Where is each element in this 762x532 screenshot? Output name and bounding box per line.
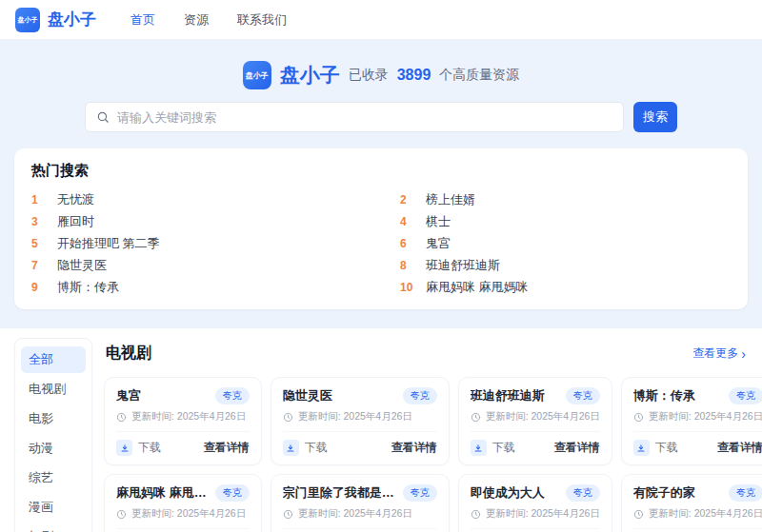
content-section: 全部 电视剧 电影 动漫 综艺 漫画 短剧 电子书 课程 音乐 电视剧 查看更多… (0, 328, 762, 532)
card-updated-text: 更新时间: 2025年4月26日 (486, 410, 600, 424)
quark-badge: 夸克 (729, 387, 762, 404)
hot-search-item[interactable]: 3 雁回时 (31, 210, 362, 232)
clock-icon (633, 412, 644, 423)
clock-icon (471, 509, 481, 520)
hero-stats-prefix: 已收录 (349, 67, 389, 84)
card-top-row: 有院子的家 夸克 (633, 484, 762, 502)
view-more-link[interactable]: 查看更多 › (692, 345, 746, 362)
card-footer-row: 下载 查看详情 (116, 432, 250, 456)
hot-search-item[interactable]: 10 麻甩妈咪 麻甩媽咪 (400, 276, 731, 298)
hot-search-item[interactable]: 4 棋士 (400, 210, 731, 232)
card-title[interactable]: 宗门里除了我都是卧底 (283, 484, 397, 502)
card-updated-text: 更新时间: 2025年4月26日 (298, 410, 412, 424)
sidebar-category-item[interactable]: 电视剧 (21, 376, 86, 403)
hot-search-item[interactable]: 9 博斯：传承 (31, 276, 362, 298)
download-button[interactable]: 下载 (471, 440, 515, 456)
card-title[interactable]: 有院子的家 (633, 484, 695, 502)
sidebar-category-item[interactable]: 电影 (21, 405, 86, 432)
card-meta-row: 更新时间: 2025年4月26日 (633, 507, 762, 529)
resource-card: 有院子的家 夸克 更新时间: 2025年4月26日 (621, 474, 762, 532)
hero-stats-suffix: 个高质量资源 (439, 67, 519, 84)
quark-badge: 夸克 (403, 484, 437, 502)
download-button[interactable]: 下载 (283, 440, 328, 456)
hot-search-rank: 10 (400, 281, 415, 294)
hero-logo-text: 盘小子 (246, 70, 269, 81)
hot-search-label: 鬼宫 (426, 235, 451, 252)
view-more-label: 查看更多 (692, 345, 738, 362)
hot-search-rank: 5 (31, 237, 47, 250)
card-updated-text: 更新时间: 2025年4月26日 (649, 410, 762, 424)
hero-brand-name: 盘小子 (280, 62, 340, 89)
sidebar-category-item[interactable]: 漫画 (21, 494, 86, 521)
clock-icon (471, 412, 481, 423)
hot-search-label: 开始推理吧 第二季 (57, 235, 160, 252)
card-title[interactable]: 鬼宫 (116, 387, 141, 404)
hot-search-panel: 热门搜索 1 无忧渡 2 榜上佳婿 3 雁回时 4 (14, 148, 748, 309)
sidebar-category-item[interactable]: 短剧 (21, 523, 86, 532)
hot-search-label: 隐世灵医 (57, 257, 107, 274)
download-label: 下载 (305, 440, 328, 456)
hot-search-label: 棋士 (426, 213, 451, 230)
card-title[interactable]: 隐世灵医 (283, 387, 332, 404)
search-box[interactable] (85, 102, 624, 132)
clock-icon (116, 412, 127, 423)
card-title[interactable]: 班迪舒班迪斯 (471, 387, 545, 404)
download-button[interactable]: 下载 (633, 440, 678, 456)
hot-search-label: 博斯：传承 (57, 279, 119, 296)
nav-links: 首页 资源 联系我们 (130, 11, 287, 29)
card-title[interactable]: 麻甩妈咪 麻甩媽咪 (116, 484, 210, 502)
search-input[interactable] (117, 110, 612, 125)
hot-search-item[interactable]: 5 开始推理吧 第二季 (31, 232, 362, 254)
download-icon (116, 440, 132, 456)
card-top-row: 隐世灵医 夸克 (283, 387, 437, 404)
quark-badge: 夸克 (729, 484, 762, 502)
card-updated-text: 更新时间: 2025年4月26日 (486, 507, 600, 521)
card-updated-text: 更新时间: 2025年4月26日 (131, 507, 246, 521)
card-top-row: 麻甩妈咪 麻甩媽咪 夸克 (116, 484, 250, 502)
view-detail-link[interactable]: 查看详情 (391, 440, 437, 456)
sidebar-category-item[interactable]: 动漫 (21, 435, 86, 462)
view-detail-link[interactable]: 查看详情 (717, 440, 762, 456)
card-title[interactable]: 即使成为大人 (471, 484, 545, 502)
card-updated-text: 更新时间: 2025年4月26日 (131, 410, 246, 424)
nav-link[interactable]: 联系我们 (237, 11, 287, 29)
brand-logo-text: 盘小子 (18, 15, 38, 25)
download-button[interactable]: 下载 (116, 440, 161, 456)
view-detail-link[interactable]: 查看详情 (204, 440, 250, 456)
quark-badge: 夸克 (215, 387, 250, 404)
hot-search-item[interactable]: 7 隐世灵医 (31, 254, 362, 276)
sidebar-category-item[interactable]: 综艺 (21, 464, 86, 491)
card-meta-row: 更新时间: 2025年4月26日 (471, 507, 600, 529)
quark-badge: 夸克 (566, 484, 600, 502)
hot-search-item[interactable]: 8 班迪舒班迪斯 (400, 254, 731, 276)
view-detail-link[interactable]: 查看详情 (554, 440, 600, 456)
card-title[interactable]: 博斯：传承 (633, 387, 695, 404)
section-title: 电视剧 (106, 344, 151, 364)
hot-search-list: 1 无忧渡 2 榜上佳婿 3 雁回时 4 棋士 (31, 188, 731, 298)
sidebar-category-item[interactable]: 全部 (21, 346, 86, 373)
hot-search-item[interactable]: 1 无忧渡 (31, 188, 362, 210)
nav-link[interactable]: 资源 (184, 11, 209, 29)
search-button[interactable]: 搜索 (633, 102, 677, 132)
resource-card: 隐世灵医 夸克 更新时间: 2025年4月26日 (271, 377, 450, 465)
resource-card: 班迪舒班迪斯 夸克 更新时间: 2025年4月26日 (458, 377, 612, 465)
brand-name[interactable]: 盘小子 (48, 9, 96, 30)
brand-logo-icon[interactable]: 盘小子 (15, 8, 40, 32)
hot-search-item[interactable]: 6 鬼宫 (400, 232, 731, 254)
hot-search-rank: 3 (31, 215, 47, 228)
resource-card: 宗门里除了我都是卧底 夸克 更新时间: 2025年4月26日 (271, 474, 450, 532)
quark-badge: 夸克 (215, 484, 250, 502)
card-meta-row: 更新时间: 2025年4月26日 (471, 410, 600, 432)
card-footer-row: 下载 查看详情 (633, 432, 762, 456)
card-top-row: 班迪舒班迪斯 夸克 (471, 387, 600, 404)
chevron-right-icon: › (741, 347, 746, 361)
hot-search-label: 雁回时 (57, 213, 94, 230)
hero-stats-count: 3899 (397, 67, 431, 84)
hot-search-item[interactable]: 2 榜上佳婿 (400, 188, 731, 210)
card-meta-row: 更新时间: 2025年4月26日 (283, 410, 437, 432)
card-footer-row: 下载 查看详情 (471, 432, 600, 456)
download-label: 下载 (492, 440, 515, 456)
nav-link[interactable]: 首页 (130, 11, 155, 29)
quark-badge: 夸克 (403, 387, 437, 404)
hero-section: 盘小子 盘小子 已收录 3899 个高质量资源 搜索 热门搜索 1 无忧渡 2 (0, 40, 762, 328)
